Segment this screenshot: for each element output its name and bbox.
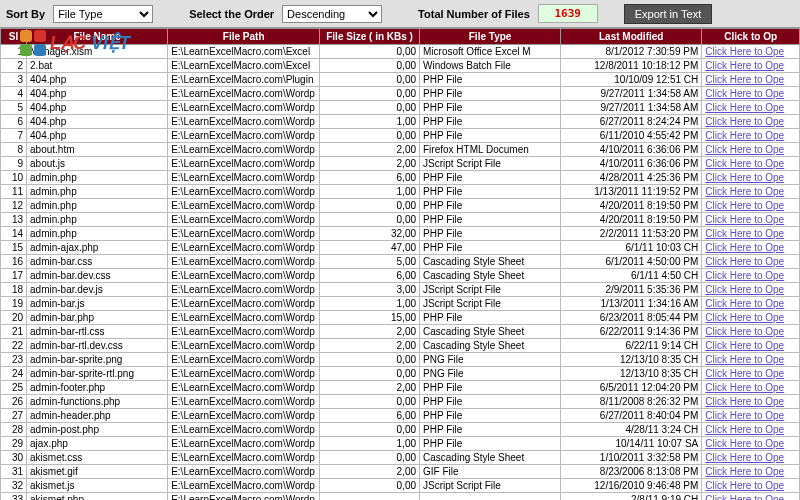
table-row[interactable]: 32akismet.jsE:\LearnExcelMacro.com\Wordp… bbox=[1, 479, 800, 493]
cell-file-path: E:\LearnExcelMacro.com\Wordp bbox=[168, 115, 320, 129]
open-file-link[interactable]: Click Here to Ope bbox=[705, 466, 784, 477]
open-file-link[interactable]: Click Here to Ope bbox=[705, 144, 784, 155]
table-row[interactable]: 14admin.phpE:\LearnExcelMacro.com\Wordp3… bbox=[1, 227, 800, 241]
open-file-link[interactable]: Click Here to Ope bbox=[705, 200, 784, 211]
cell-file-size: 6,00 bbox=[320, 171, 420, 185]
table-row[interactable]: 8about.htmE:\LearnExcelMacro.com\Wordp2,… bbox=[1, 143, 800, 157]
cell-last-modified: 4/10/2011 6:36:06 PM bbox=[561, 143, 702, 157]
table-row[interactable]: 5404.phpE:\LearnExcelMacro.com\Wordp0,00… bbox=[1, 101, 800, 115]
open-file-link[interactable]: Click Here to Ope bbox=[705, 480, 784, 491]
open-file-link[interactable]: Click Here to Ope bbox=[705, 312, 784, 323]
open-file-link[interactable]: Click Here to Ope bbox=[705, 326, 784, 337]
open-file-link[interactable]: Click Here to Ope bbox=[705, 284, 784, 295]
open-file-link[interactable]: Click Here to Ope bbox=[705, 438, 784, 449]
col-header-open[interactable]: Click to Op bbox=[702, 29, 800, 45]
open-file-link[interactable]: Click Here to Ope bbox=[705, 382, 784, 393]
cell-file-path: E:\LearnExcelMacro.com\Excel bbox=[168, 45, 320, 59]
cell-last-modified: 2/2/2011 11:53:20 PM bbox=[561, 227, 702, 241]
cell-file-path: E:\LearnExcelMacro.com\Wordp bbox=[168, 479, 320, 493]
cell-file-type: Firefox HTML Documen bbox=[420, 143, 561, 157]
open-file-link[interactable]: Click Here to Ope bbox=[705, 340, 784, 351]
open-file-link[interactable]: Click Here to Ope bbox=[705, 172, 784, 183]
cell-file-type: Cascading Style Sheet bbox=[420, 255, 561, 269]
table-row[interactable]: 19admin-bar.jsE:\LearnExcelMacro.com\Wor… bbox=[1, 297, 800, 311]
open-file-link[interactable]: Click Here to Ope bbox=[705, 368, 784, 379]
table-row[interactable]: 11admin.phpE:\LearnExcelMacro.com\Wordp1… bbox=[1, 185, 800, 199]
open-file-link[interactable]: Click Here to Ope bbox=[705, 158, 784, 169]
open-file-link[interactable]: Click Here to Ope bbox=[705, 116, 784, 127]
table-row[interactable]: 16admin-bar.cssE:\LearnExcelMacro.com\Wo… bbox=[1, 255, 800, 269]
table-row[interactable]: 17admin-bar.dev.cssE:\LearnExcelMacro.co… bbox=[1, 269, 800, 283]
table-row[interactable]: 13admin.phpE:\LearnExcelMacro.com\Wordp0… bbox=[1, 213, 800, 227]
table-row[interactable]: 33akismet.phpE:\LearnExcelMacro.com\Word… bbox=[1, 493, 800, 501]
cell-file-size: 0,00 bbox=[320, 73, 420, 87]
table-row[interactable]: 9about.jsE:\LearnExcelMacro.com\Wordp2,0… bbox=[1, 157, 800, 171]
cell-file-name: admin-bar-rtl.css bbox=[27, 325, 168, 339]
cell-file-path: E:\LearnExcelMacro.com\Wordp bbox=[168, 367, 320, 381]
cell-file-name: admin.php bbox=[27, 185, 168, 199]
table-row[interactable]: 6404.phpE:\LearnExcelMacro.com\Wordp1,00… bbox=[1, 115, 800, 129]
table-row[interactable]: 25admin-footer.phpE:\LearnExcelMacro.com… bbox=[1, 381, 800, 395]
open-file-link[interactable]: Click Here to Ope bbox=[705, 228, 784, 239]
table-row[interactable]: 30akismet.cssE:\LearnExcelMacro.com\Word… bbox=[1, 451, 800, 465]
table-row[interactable]: 4404.phpE:\LearnExcelMacro.com\Wordp0,00… bbox=[1, 87, 800, 101]
open-file-link[interactable]: Click Here to Ope bbox=[705, 242, 784, 253]
cell-file-type bbox=[420, 493, 561, 501]
table-row[interactable]: 10admin.phpE:\LearnExcelMacro.com\Wordp6… bbox=[1, 171, 800, 185]
cell-file-type: PHP File bbox=[420, 171, 561, 185]
table-row[interactable]: 23admin-bar-sprite.pngE:\LearnExcelMacro… bbox=[1, 353, 800, 367]
cell-file-type: Cascading Style Sheet bbox=[420, 339, 561, 353]
open-file-link[interactable]: Click Here to Ope bbox=[705, 88, 784, 99]
table-row[interactable]: 27admin-header.phpE:\LearnExcelMacro.com… bbox=[1, 409, 800, 423]
table-row[interactable]: 24admin-bar-sprite-rtl.pngE:\LearnExcelM… bbox=[1, 367, 800, 381]
col-header-file-type[interactable]: File Type bbox=[420, 29, 561, 45]
col-header-file-size[interactable]: File Size ( in KBs ) bbox=[320, 29, 420, 45]
open-file-link[interactable]: Click Here to Ope bbox=[705, 410, 784, 421]
open-file-link[interactable]: Click Here to Ope bbox=[705, 424, 784, 435]
table-row[interactable]: 12admin.phpE:\LearnExcelMacro.com\Wordp0… bbox=[1, 199, 800, 213]
table-row[interactable]: 15admin-ajax.phpE:\LearnExcelMacro.com\W… bbox=[1, 241, 800, 255]
table-row[interactable]: 21admin-bar-rtl.cssE:\LearnExcelMacro.co… bbox=[1, 325, 800, 339]
table-row[interactable]: 22admin-bar-rtl.dev.cssE:\LearnExcelMacr… bbox=[1, 339, 800, 353]
open-file-link[interactable]: Click Here to Ope bbox=[705, 396, 784, 407]
cell-last-modified: 2/9/2011 5:35:36 PM bbox=[561, 283, 702, 297]
table-row[interactable]: 22.batE:\LearnExcelMacro.com\Excel0,00Wi… bbox=[1, 59, 800, 73]
table-row[interactable]: 26admin-functions.phpE:\LearnExcelMacro.… bbox=[1, 395, 800, 409]
open-file-link[interactable]: Click Here to Ope bbox=[705, 214, 784, 225]
open-file-link[interactable]: Click Here to Ope bbox=[705, 74, 784, 85]
cell-file-path: E:\LearnExcelMacro.com\Wordp bbox=[168, 311, 320, 325]
open-file-link[interactable]: Click Here to Ope bbox=[705, 270, 784, 281]
table-row[interactable]: 28admin-post.phpE:\LearnExcelMacro.com\W… bbox=[1, 423, 800, 437]
open-file-link[interactable]: Click Here to Ope bbox=[705, 46, 784, 57]
cell-sl: 29 bbox=[1, 437, 27, 451]
cell-file-type: PHP File bbox=[420, 241, 561, 255]
file-grid[interactable]: Sl File Name File Path File Size ( in KB… bbox=[0, 28, 800, 500]
open-file-link[interactable]: Click Here to Ope bbox=[705, 298, 784, 309]
col-header-file-path[interactable]: File Path bbox=[168, 29, 320, 45]
open-file-link[interactable]: Click Here to Ope bbox=[705, 452, 784, 463]
order-select[interactable]: Descending bbox=[282, 5, 382, 23]
cell-file-path: E:\LearnExcelMacro.com\Wordp bbox=[168, 283, 320, 297]
sort-by-select[interactable]: File Type bbox=[53, 5, 153, 23]
cell-open: Click Here to Ope bbox=[702, 115, 800, 129]
table-row[interactable]: 29ajax.phpE:\LearnExcelMacro.com\Wordp1,… bbox=[1, 437, 800, 451]
open-file-link[interactable]: Click Here to Ope bbox=[705, 186, 784, 197]
open-file-link[interactable]: Click Here to Ope bbox=[705, 102, 784, 113]
cell-sl: 4 bbox=[1, 87, 27, 101]
open-file-link[interactable]: Click Here to Ope bbox=[705, 256, 784, 267]
cell-sl: 5 bbox=[1, 101, 27, 115]
export-text-button[interactable]: Export in Text bbox=[624, 4, 712, 24]
cell-file-name: 2.bat bbox=[27, 59, 168, 73]
table-row[interactable]: 20admin-bar.phpE:\LearnExcelMacro.com\Wo… bbox=[1, 311, 800, 325]
table-row[interactable]: 18admin-bar.dev.jsE:\LearnExcelMacro.com… bbox=[1, 283, 800, 297]
table-row[interactable]: 7404.phpE:\LearnExcelMacro.com\Wordp0,00… bbox=[1, 129, 800, 143]
open-file-link[interactable]: Click Here to Ope bbox=[705, 494, 784, 500]
table-row[interactable]: 31akismet.gifE:\LearnExcelMacro.com\Word… bbox=[1, 465, 800, 479]
cell-file-size: 0,00 bbox=[320, 129, 420, 143]
open-file-link[interactable]: Click Here to Ope bbox=[705, 354, 784, 365]
col-header-last-modified[interactable]: Last Modified bbox=[561, 29, 702, 45]
table-row[interactable]: 3404.phpE:\LearnExcelMacro.com\Plugin0,0… bbox=[1, 73, 800, 87]
cell-file-type: PHP File bbox=[420, 227, 561, 241]
open-file-link[interactable]: Click Here to Ope bbox=[705, 60, 784, 71]
open-file-link[interactable]: Click Here to Ope bbox=[705, 130, 784, 141]
